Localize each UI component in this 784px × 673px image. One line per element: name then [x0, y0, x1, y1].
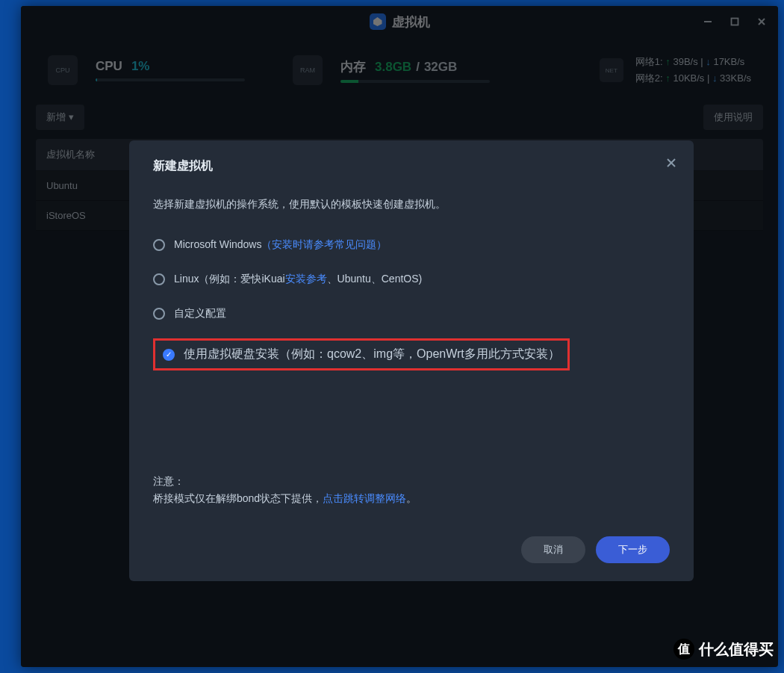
radio-icon — [153, 273, 165, 285]
new-vm-modal: 新建虚拟机 选择新建虚拟机的操作系统，使用默认的模板快速创建虚拟机。 Micro… — [129, 140, 694, 581]
option-windows[interactable]: Microsoft Windows（安装时请参考常见问题） — [153, 228, 670, 262]
option-linux[interactable]: Linux（例如：爱快iKuai安装参考、Ubuntu、CentOS) — [153, 262, 670, 297]
modal-close-button[interactable] — [665, 157, 677, 172]
faq-link[interactable]: （安装时请参考常见问题） — [261, 238, 387, 250]
network-config-link[interactable]: 点击跳转调整网络 — [323, 492, 406, 504]
next-button[interactable]: 下一步 — [596, 536, 670, 563]
watermark-icon: 值 — [673, 639, 694, 660]
install-ref-link[interactable]: 安装参考 — [285, 273, 327, 285]
option-custom[interactable]: 自定义配置 — [153, 297, 670, 331]
modal-note: 注意： 桥接模式仅在解绑bond状态下提供，点击跳转调整网络。 — [153, 473, 417, 506]
watermark: 值 什么值得买 — [673, 639, 774, 660]
cancel-button[interactable]: 取消 — [521, 536, 585, 563]
app-window: 虚拟机 CPU CPU 1% RAM 内存 3.8GB / 32GB — [21, 6, 778, 667]
option-vdisk-highlighted[interactable]: 使用虚拟硬盘安装（例如：qcow2、img等，OpenWrt多用此方式安装） — [153, 338, 570, 370]
modal-actions: 取消 下一步 — [521, 536, 670, 563]
modal-title: 新建虚拟机 — [153, 158, 670, 174]
modal-description: 选择新建虚拟机的操作系统，使用默认的模板快速创建虚拟机。 — [153, 198, 670, 211]
radio-icon — [153, 308, 165, 320]
radio-icon-checked — [163, 349, 175, 361]
radio-icon — [153, 239, 165, 251]
modal-options: Microsoft Windows（安装时请参考常见问题） Linux（例如：爱… — [153, 228, 670, 370]
